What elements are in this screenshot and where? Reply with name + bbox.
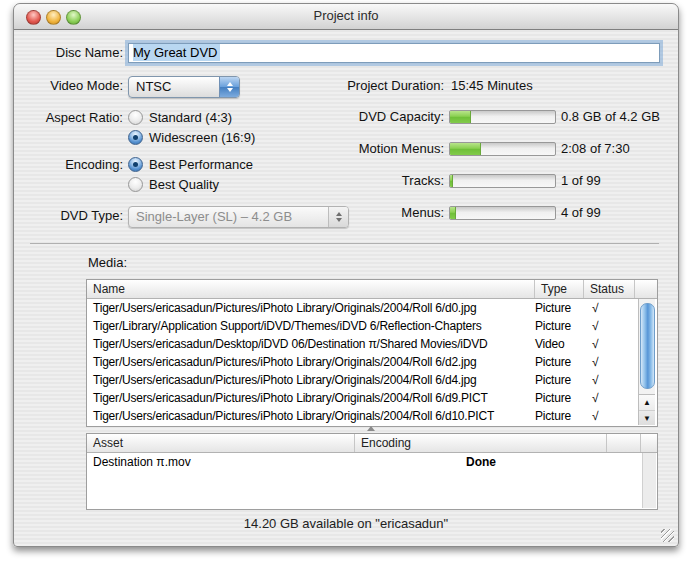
table-row[interactable]: Tiger/Users/ericasadun/Pictures/iPhoto L… <box>87 371 657 389</box>
video-mode-value: NTSC <box>136 79 171 94</box>
media-section-label: Media: <box>88 255 127 270</box>
meter-value: 4 of 99 <box>561 205 601 221</box>
progress-fill <box>450 111 471 123</box>
table-row[interactable]: Tiger/Users/ericasadun/Pictures/iPhoto L… <box>87 353 657 371</box>
splitter-handle-icon <box>367 426 375 431</box>
table-row[interactable]: Destination π.mov Done <box>87 453 657 471</box>
meter-row: Menus: 4 of 99 <box>14 205 678 225</box>
column-header-asset[interactable]: Asset <box>87 434 355 452</box>
media-row-type: Picture <box>535 299 584 317</box>
media-row-name: Tiger/Users/ericasadun/Pictures/iPhoto L… <box>87 407 535 425</box>
disc-name-field[interactable]: My Great DVD <box>128 43 660 63</box>
disc-name-value: My Great DVD <box>133 44 220 61</box>
media-row-status-check: √ <box>584 371 635 389</box>
media-row-name: Tiger/Library/Application Support/iDVD/T… <box>87 317 535 335</box>
column-header-status[interactable]: Status <box>584 280 635 298</box>
asset-row-encoding: Done <box>355 453 607 471</box>
scrollbar-thumb[interactable] <box>640 303 655 389</box>
media-table: Name Type Status Tiger/Users/ericasadun/… <box>86 279 658 427</box>
media-row-status-check: √ <box>584 317 635 335</box>
column-header-encoding[interactable]: Encoding <box>355 434 607 452</box>
table-row[interactable]: Tiger/Users/ericasadun/Pictures/iPhoto L… <box>87 299 657 317</box>
asset-row-name: Destination π.mov <box>87 453 355 471</box>
meter-row: Tracks: 1 of 99 <box>14 173 678 193</box>
meter-label: Menus: <box>244 205 444 221</box>
progress-fill <box>450 143 481 155</box>
video-mode-label: Video Mode: <box>14 76 123 96</box>
meter-row: DVD Capacity: 0.8 GB of 4.2 GB <box>14 109 678 129</box>
section-divider <box>30 243 659 244</box>
meter-value: 1 of 99 <box>561 173 601 189</box>
column-header-blank <box>607 434 641 452</box>
media-row-status-check: √ <box>584 407 635 425</box>
progress-fill <box>450 207 456 219</box>
table-row[interactable]: Tiger/Users/ericasadun/Desktop/iDVD 06/D… <box>87 335 657 353</box>
media-row-type: Picture <box>535 407 584 425</box>
media-row-status-check: √ <box>584 335 635 353</box>
status-bar-text: 14.20 GB available on "ericasadun" <box>14 516 678 531</box>
progress-bar <box>449 110 556 124</box>
column-header-blank <box>641 434 657 452</box>
window-title: Project info <box>14 8 678 23</box>
pane-splitter[interactable] <box>86 425 656 432</box>
column-header-name[interactable]: Name <box>87 280 535 298</box>
media-row-type: Video <box>535 335 584 353</box>
asset-table-header: Asset Encoding <box>87 434 657 453</box>
media-table-body: Tiger/Users/ericasadun/Pictures/iPhoto L… <box>87 299 657 426</box>
media-row-type: Picture <box>535 317 584 335</box>
column-header-blank <box>635 280 657 298</box>
media-row-name: Tiger/Users/ericasadun/Pictures/iPhoto L… <box>87 389 535 407</box>
table-row[interactable]: Tiger/Users/ericasadun/Pictures/iPhoto L… <box>87 407 657 425</box>
media-table-header: Name Type Status <box>87 280 657 299</box>
asset-table-body: Destination π.mov Done <box>87 453 657 509</box>
popup-arrows-icon <box>219 77 239 97</box>
progress-bar <box>449 206 556 220</box>
meter-row: Motion Menus: 2:08 of 7:30 <box>14 141 678 161</box>
media-row-type: Picture <box>535 353 584 371</box>
meter-label: Motion Menus: <box>244 141 444 157</box>
project-duration-label: Project Duration: <box>244 76 444 96</box>
resize-grip[interactable] <box>661 529 674 542</box>
meter-value: 0.8 GB of 4.2 GB <box>561 109 660 125</box>
media-row-status-check: √ <box>584 389 635 407</box>
asset-scroll-track[interactable] <box>642 453 656 508</box>
table-row[interactable]: Tiger/Users/ericasadun/Pictures/iPhoto L… <box>87 389 657 407</box>
table-row[interactable]: Tiger/Library/Application Support/iDVD/T… <box>87 317 657 335</box>
media-row-status-check: √ <box>584 299 635 317</box>
title-bar[interactable]: Project info <box>14 4 678 30</box>
column-header-type[interactable]: Type <box>535 280 584 298</box>
media-row-name: Tiger/Users/ericasadun/Pictures/iPhoto L… <box>87 299 535 317</box>
scroll-up-icon[interactable]: ▲ <box>639 395 655 411</box>
media-scrollbar[interactable]: ▲ ▼ <box>638 299 655 425</box>
media-row-status-check: √ <box>584 353 635 371</box>
scroll-down-icon[interactable]: ▼ <box>639 411 655 426</box>
asset-table: Asset Encoding Destination π.mov Done <box>86 433 658 510</box>
media-row-name: Tiger/Users/ericasadun/Desktop/iDVD 06/D… <box>87 335 535 353</box>
progress-bar <box>449 174 556 188</box>
meter-label: DVD Capacity: <box>244 109 444 125</box>
meter-label: Tracks: <box>244 173 444 189</box>
project-duration-value: 15:45 Minutes <box>451 76 533 96</box>
meter-value: 2:08 of 7:30 <box>561 141 630 157</box>
media-row-name: Tiger/Users/ericasadun/Pictures/iPhoto L… <box>87 371 535 389</box>
progress-fill <box>450 175 453 187</box>
media-row-type: Picture <box>535 371 584 389</box>
media-row-name: Tiger/Users/ericasadun/Pictures/iPhoto L… <box>87 353 535 371</box>
media-row-type: Picture <box>535 389 584 407</box>
project-info-window: Project info Disc Name: My Great DVD Vid… <box>13 3 679 547</box>
progress-bar <box>449 142 556 156</box>
disc-name-label: Disc Name: <box>14 43 123 63</box>
video-mode-popup[interactable]: NTSC <box>128 76 240 98</box>
